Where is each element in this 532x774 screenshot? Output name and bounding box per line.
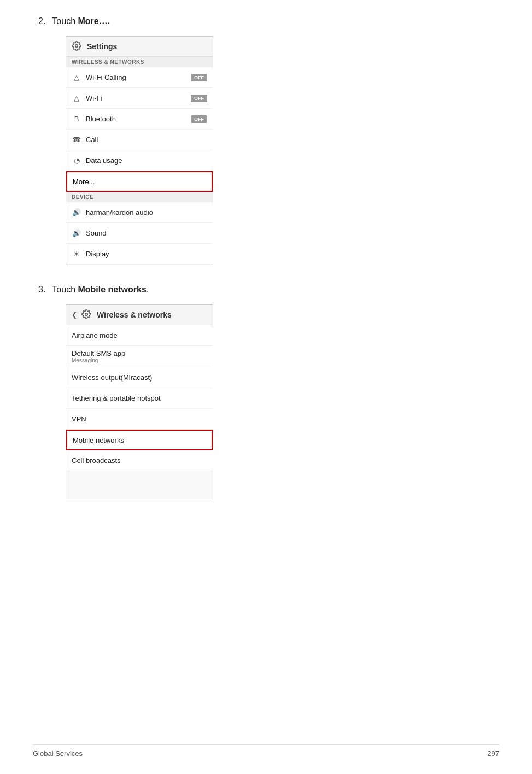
airplane-mode-label: Airplane mode [72, 331, 118, 339]
data-usage-icon: ◔ [72, 156, 81, 166]
mobile-networks-row[interactable]: Mobile networks [66, 430, 213, 450]
wifi-calling-label: Wi-Fi Calling [86, 73, 126, 81]
bluetooth-icon: B [72, 114, 81, 124]
default-sms-label: Default SMS app [72, 349, 125, 357]
sound-label: Sound [86, 229, 107, 237]
data-usage-row: ◔ Data usage [66, 150, 213, 171]
bluetooth-row: B Bluetooth OFF [66, 109, 213, 130]
section-wireless-label: WIRELESS & NETWORKS [66, 57, 213, 67]
section-device-label: DEVICE [66, 192, 213, 202]
bluetooth-toggle: OFF [191, 115, 207, 123]
settings-header: Settings [66, 37, 213, 57]
call-icon: ☎ [72, 135, 81, 145]
miracast-label: Wireless output(Miracast) [72, 373, 152, 382]
step-number-2: 2. [38, 16, 45, 26]
more-label: More... [73, 178, 95, 186]
settings-screenshot: Settings WIRELESS & NETWORKS △ Wi-Fi Cal… [66, 36, 213, 265]
display-row: ☀ Display [66, 244, 213, 265]
sound-icon: 🔊 [72, 228, 81, 238]
step-2-text: 2.Touch More…. [38, 16, 499, 26]
more-row[interactable]: More... [66, 171, 213, 192]
page-footer: Global Services 297 [33, 744, 499, 758]
wifi-calling-row: △ Wi-Fi Calling OFF [66, 67, 213, 88]
sound-row: 🔊 Sound [66, 223, 213, 244]
cell-broadcasts-label: Cell broadcasts [72, 456, 121, 465]
footer-right: 297 [487, 749, 499, 758]
wifi-icon: △ [72, 93, 81, 103]
svg-point-0 [75, 45, 78, 48]
audio-icon: 🔊 [72, 208, 81, 218]
footer-left: Global Services [33, 749, 83, 758]
gear-icon [72, 41, 83, 52]
cell-broadcasts-row: Cell broadcasts [66, 450, 213, 471]
data-usage-label: Data usage [86, 156, 122, 165]
wifi-calling-icon: △ [72, 73, 81, 83]
bluetooth-label: Bluetooth [86, 115, 116, 123]
miracast-row: Wireless output(Miracast) [66, 367, 213, 388]
wireless-title: Wireless & networks [97, 310, 172, 319]
screen-bottom-space [66, 471, 213, 499]
audio-row: 🔊 harman/kardon audio [66, 202, 213, 223]
vpn-row: VPN [66, 409, 213, 430]
tethering-row: Tethering & portable hotspot [66, 388, 213, 409]
vpn-label: VPN [72, 415, 86, 423]
display-label: Display [86, 250, 109, 258]
mobile-networks-label: Mobile networks [73, 436, 124, 444]
audio-label: harman/kardon audio [86, 208, 153, 216]
call-label: Call [86, 136, 98, 144]
step-3-text: 3.Touch Mobile networks. [38, 285, 499, 295]
tethering-label: Tethering & portable hotspot [72, 394, 161, 402]
display-icon: ☀ [72, 249, 81, 259]
default-sms-row: Default SMS app Messaging [66, 346, 213, 367]
step-2: 2.Touch More…. Settings WIRELESS & NETWO… [33, 16, 499, 265]
wifi-toggle: OFF [191, 95, 207, 102]
wifi-calling-toggle: OFF [191, 74, 207, 81]
call-row: ☎ Call [66, 130, 213, 150]
back-icon: ❮ [72, 311, 77, 319]
wireless-gear-icon [81, 309, 92, 320]
wifi-label: Wi-Fi [86, 94, 102, 102]
default-sms-sublabel: Messaging [72, 357, 98, 363]
settings-title: Settings [87, 42, 117, 51]
step-number-3: 3. [38, 285, 45, 294]
airplane-mode-row: Airplane mode [66, 325, 213, 346]
wireless-header: ❮ Wireless & networks [66, 305, 213, 325]
wireless-screenshot: ❮ Wireless & networks Airplane mode Defa… [66, 304, 213, 499]
wifi-row: △ Wi-Fi OFF [66, 88, 213, 109]
step-3: 3.Touch Mobile networks. ❮ Wireless & ne… [33, 285, 499, 499]
svg-point-1 [85, 313, 88, 316]
